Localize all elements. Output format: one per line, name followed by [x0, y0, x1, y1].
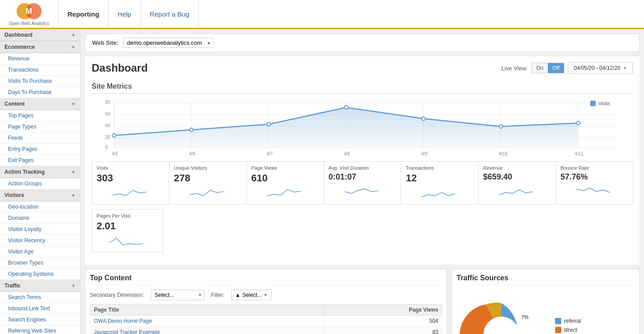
- svg-text:Visits: Visits: [598, 101, 610, 106]
- legend-item-direct: direct: [555, 327, 599, 333]
- metric-label-revenue: Revenue: [483, 165, 551, 171]
- chevron-down-icon: ▼: [71, 33, 76, 38]
- traffic-sources-section: Traffic Sources: [452, 269, 640, 334]
- metric-value-avg-duration: 0:01:07: [329, 172, 397, 182]
- sidebar-item-page-types[interactable]: Page Types: [0, 121, 80, 133]
- sparkline-transactions: [406, 186, 474, 199]
- metric-label-bounce-rate: Bounce Rate: [560, 165, 628, 171]
- sidebar-item-visitor-age[interactable]: Visitor Age: [0, 246, 80, 257]
- svg-text:4/11: 4/11: [575, 151, 584, 156]
- svg-text:80: 80: [105, 100, 110, 105]
- sidebar-item-browser-types[interactable]: Browser Types: [0, 257, 80, 269]
- sidebar-item-transactions[interactable]: Transactions: [0, 64, 80, 76]
- metric-value-bounce-rate: 57.76%: [560, 172, 628, 182]
- svg-text:4/7: 4/7: [267, 151, 273, 156]
- logo-area: M Open Web Analytics: [0, 0, 58, 30]
- svg-text:4/9: 4/9: [421, 151, 428, 156]
- metric-label-avg-duration: Avg. Visit Duration: [329, 165, 397, 171]
- live-view-controls: Live View: On Off 04/05/20 - 04/12/20: [501, 62, 633, 74]
- sidebar-section-action-tracking[interactable]: Action Tracking ▼: [0, 166, 80, 178]
- sidebar-item-entry-pages[interactable]: Entry Pages: [0, 144, 80, 155]
- metric-card-pages-per-visit: Pages Per Visit 2.01: [92, 209, 163, 253]
- table-row: OWA Demo Home Page 504: [90, 316, 442, 327]
- bottom-sections: Top Content Secondary Dimension: Select.…: [85, 269, 640, 334]
- chevron-down-icon: ▼: [71, 193, 76, 198]
- secondary-dimension-label: Secondary Dimension:: [90, 292, 144, 298]
- sidebar-item-visitor-loyalty[interactable]: Visitor Loyalty: [0, 224, 80, 235]
- svg-text:60: 60: [105, 111, 110, 116]
- nav-help[interactable]: Help: [109, 0, 141, 28]
- sparkline-visits: [97, 186, 165, 199]
- sidebar-section-content[interactable]: Content ▼: [0, 98, 80, 110]
- sidebar-item-search-terms[interactable]: Search Terms: [0, 292, 80, 303]
- legend-label-referral: referral: [564, 318, 581, 324]
- chart-area: 80 60 40 20 0: [92, 97, 633, 161]
- sidebar: Dashboard ▼ Ecommerce ▼ Revenue Transact…: [0, 29, 80, 334]
- logo-text: Open Web Analytics: [9, 21, 49, 26]
- svg-text:20: 20: [105, 135, 110, 140]
- page-title-link-0[interactable]: OWA Demo Home Page: [94, 318, 152, 324]
- svg-point-24: [344, 106, 348, 109]
- filter-button[interactable]: ▲ Select...: [231, 290, 271, 300]
- sidebar-item-visitor-recency[interactable]: Visitor Recency: [0, 235, 80, 246]
- svg-text:0: 0: [105, 145, 108, 150]
- sidebar-section-visitors[interactable]: Visitors ▼: [0, 189, 80, 201]
- sidebar-section-dashboard[interactable]: Dashboard ▼: [0, 29, 80, 41]
- page-views-cell-1: 83: [324, 327, 442, 334]
- sidebar-item-operating-systems[interactable]: Operating Systems: [0, 269, 80, 280]
- metric-label-visits: Visits: [97, 165, 165, 171]
- svg-point-26: [499, 125, 503, 128]
- sidebar-item-domains[interactable]: Domains: [0, 213, 80, 224]
- live-view-label: Live View:: [501, 65, 528, 72]
- sparkline-bounce-rate: [560, 184, 628, 197]
- sidebar-item-inbound-link-text[interactable]: Inbound Link Text: [0, 303, 80, 314]
- sidebar-section-traffic[interactable]: Traffic ▼: [0, 280, 80, 292]
- traffic-sources-header: Traffic Sources: [457, 274, 635, 285]
- sidebar-item-visits-to-purchase[interactable]: Visits To Purchase: [0, 76, 80, 87]
- traffic-legend: referral direct organic-search: [555, 318, 599, 334]
- sidebar-item-days-to-purchase[interactable]: Days To Purchase: [0, 87, 80, 98]
- content-area: Web Site: demo.openwebanalytics.com Dash…: [80, 29, 644, 334]
- sidebar-item-exit-pages[interactable]: Exit Pages: [0, 155, 80, 166]
- pages-per-visit-row: Pages Per Visit 2.01: [92, 209, 633, 253]
- sidebar-item-feeds[interactable]: Feeds: [0, 133, 80, 144]
- svg-text:M: M: [25, 7, 32, 16]
- sidebar-item-revenue[interactable]: Revenue: [0, 53, 80, 64]
- svg-text:40: 40: [105, 123, 110, 128]
- sidebar-item-geo-location[interactable]: Geo-location: [0, 201, 80, 213]
- date-range-button[interactable]: 04/05/20 - 04/12/20: [568, 62, 633, 74]
- sidebar-item-action-groups[interactable]: Action Groups: [0, 178, 80, 189]
- svg-point-22: [190, 128, 193, 132]
- chevron-down-icon: ▼: [71, 283, 76, 288]
- donut-chart: 7% 16%: [457, 290, 546, 334]
- col-page-title: Page Title: [90, 304, 324, 316]
- filter-bar: Secondary Dimension: Select... Filter: ▲…: [90, 290, 442, 300]
- sidebar-item-search-engines[interactable]: Search Engines: [0, 314, 80, 325]
- page-title-link-1[interactable]: Javascript Tracker Example: [94, 329, 160, 334]
- live-view-off-button[interactable]: Off: [548, 63, 564, 73]
- top-content-section: Top Content Secondary Dimension: Select.…: [85, 269, 447, 334]
- metric-label-unique-visitors: Unique Visitors: [174, 165, 242, 171]
- metric-value-unique-visitors: 278: [174, 172, 242, 184]
- nav-report-bug[interactable]: Report a Bug: [141, 0, 199, 28]
- nav-reporting[interactable]: Reporting: [59, 0, 109, 28]
- svg-point-27: [576, 121, 580, 125]
- svg-marker-20: [114, 107, 578, 148]
- website-select[interactable]: demo.openwebanalytics.com: [123, 38, 214, 48]
- svg-text:4/6: 4/6: [189, 151, 195, 156]
- sparkline-unique-visitors: [174, 186, 242, 199]
- sparkline-page-views: [251, 186, 319, 199]
- top-content-table: Page Title Page Views OWA Demo Home Page…: [90, 304, 442, 334]
- filter-icon: ▲: [235, 292, 241, 298]
- sidebar-item-top-pages[interactable]: Top Pages: [0, 110, 80, 121]
- metric-value-visits: 303: [97, 172, 165, 184]
- metric-card-bounce-rate: Bounce Rate 57.76%: [555, 161, 633, 205]
- metric-label-pages-per-visit: Pages Per Visit: [97, 213, 158, 218]
- col-page-views: Page Views: [324, 304, 442, 316]
- sidebar-section-ecommerce[interactable]: Ecommerce ▼: [0, 41, 80, 53]
- legend-label-direct: direct: [564, 327, 577, 333]
- sidebar-item-referring-web-sites[interactable]: Referring Web Sites: [0, 325, 80, 334]
- site-metrics-chart: 80 60 40 20 0: [94, 99, 631, 158]
- secondary-dimension-select[interactable]: Select...: [151, 290, 204, 300]
- live-view-on-button[interactable]: On: [532, 63, 548, 73]
